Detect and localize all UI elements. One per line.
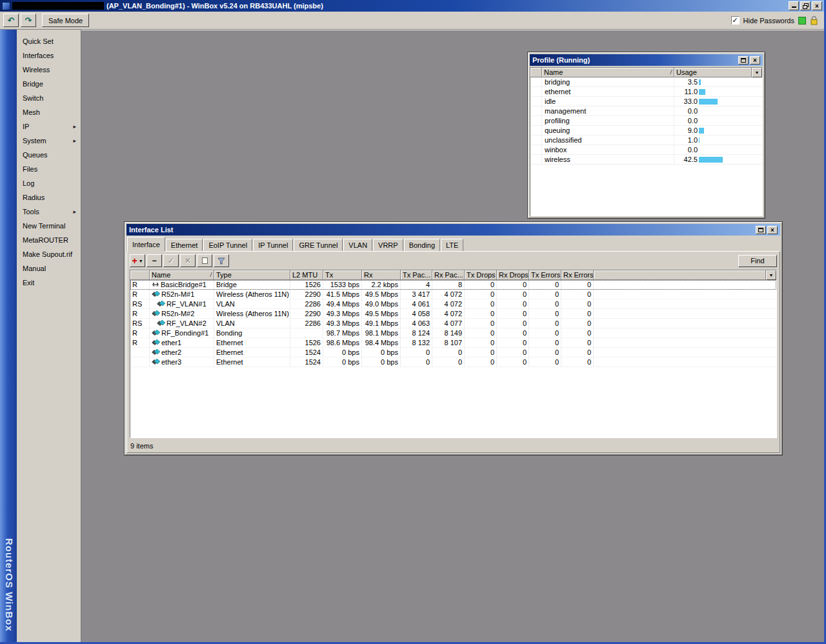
submenu-arrow-icon: ▸ [73, 137, 76, 144]
column-header-rx-pac[interactable]: Rx Pac... [432, 270, 465, 280]
sidebar-item-interfaces[interactable]: Interfaces [17, 48, 81, 63]
tab-bonding[interactable]: Bonding [404, 239, 440, 251]
winbox-app-icon[interactable] [2, 2, 10, 10]
interface-txd-cell: 0 [465, 338, 497, 347]
sidebar-item-make-supout-rif[interactable]: Make Supout.rif [17, 247, 81, 261]
tab-ethernet[interactable]: Ethernet [166, 239, 203, 251]
sidebar-item-exit[interactable]: Exit [17, 276, 81, 290]
remove-interface-button[interactable]: − [146, 254, 162, 267]
sidebar-item-switch[interactable]: Switch [17, 91, 81, 105]
filter-funnel-icon [217, 257, 225, 265]
profile-row[interactable]: queuing9.0 [530, 126, 762, 136]
column-header-name[interactable]: Name/ [150, 270, 214, 280]
interface-panel: + ▼ − ✓ ✕ Find [126, 251, 780, 453]
bridge-interface-icon [152, 281, 159, 288]
interface-txp-cell: 4 [401, 280, 432, 289]
column-header-rx-errors[interactable]: Rx Errors [561, 270, 594, 280]
hide-passwords-checkbox[interactable]: ✓ [731, 16, 740, 25]
interface-close-button[interactable]: × [767, 226, 778, 234]
tab-lte[interactable]: LTE [441, 239, 463, 251]
sidebar-item-log[interactable]: Log [17, 176, 81, 190]
sidebar-item-radius[interactable]: Radius [17, 190, 81, 205]
interface-rxp-cell: 4 072 [432, 299, 465, 308]
interface-columns-dropdown-button[interactable]: ▼ [766, 270, 776, 280]
sidebar-item-files[interactable]: Files [17, 162, 81, 176]
sidebar-item-metarouter[interactable]: MetaROUTER [17, 233, 81, 247]
interface-row[interactable]: ether2Ethernet15240 bps0 bps000000 [130, 348, 776, 357]
profile-row[interactable]: unclassified1.0 [530, 136, 762, 145]
sidebar-item-bridge[interactable]: Bridge [17, 77, 81, 91]
profile-row[interactable]: ethernet11.0 [530, 87, 762, 97]
column-header-name[interactable]: Name/ [542, 68, 674, 77]
column-header-tx-pac[interactable]: Tx Pac... [401, 270, 432, 280]
undo-button[interactable]: ↶ [3, 14, 19, 27]
profile-row[interactable]: winbox0.0 [530, 145, 762, 155]
interface-row[interactable]: RRF_Bonding#1Bonding98.7 Mbps98.1 Mbps8 … [130, 328, 776, 338]
main-titlebar[interactable]: (AP_VLAN_Bonding#1) - WinBox v5.24 on RB… [0, 0, 824, 12]
items-count: 9 items [130, 442, 153, 450]
profile-maximize-button[interactable] [738, 56, 749, 65]
interface-row[interactable]: RSRF_VLAN#1VLAN228649.4 Mbps49.0 Mbps4 0… [130, 299, 776, 309]
profile-row[interactable]: idle33.0 [530, 97, 762, 106]
add-interface-button[interactable]: + ▼ [130, 254, 145, 267]
column-header-tx-drops[interactable]: Tx Drops [465, 270, 497, 280]
interface-titlebar[interactable]: Interface List × [126, 224, 780, 236]
column-header-l2-mtu[interactable]: L2 MTU [290, 270, 323, 280]
comment-button[interactable] [197, 254, 212, 267]
interface-maximize-button[interactable] [756, 226, 766, 234]
profile-columns-dropdown-button[interactable]: ▼ [752, 68, 762, 77]
interface-txp-cell: 0 [401, 357, 432, 367]
column-header-rx[interactable]: Rx [362, 270, 401, 280]
tab-eoip-tunnel[interactable]: EoIP Tunnel [203, 239, 252, 251]
profile-row[interactable]: wireless42.5 [530, 155, 762, 165]
sidebar-item-queues[interactable]: Queues [17, 148, 81, 162]
profile-close-button[interactable]: × [750, 56, 760, 65]
sidebar-item-wireless[interactable]: Wireless [17, 63, 81, 77]
tab-interface[interactable]: Interface [127, 237, 165, 251]
column-header-label: Tx Pac... [403, 271, 430, 279]
tab-ip-tunnel[interactable]: IP Tunnel [253, 239, 293, 251]
sidebar-item-label: Quick Set [23, 37, 54, 45]
find-button[interactable]: Find [738, 255, 777, 267]
tab-vlan[interactable]: VLAN [343, 239, 372, 251]
profile-name-cell: queuing [542, 126, 674, 135]
interface-row[interactable]: RR52n-M#1Wireless (Atheros 11N)229041.5 … [130, 290, 776, 299]
maximize-button[interactable] [800, 1, 811, 10]
profile-titlebar[interactable]: Profile (Running) × [530, 54, 763, 66]
sidebar-item-manual[interactable]: Manual [17, 261, 81, 276]
profile-row[interactable]: bridging3.5 [530, 77, 762, 87]
close-button[interactable]: × [812, 1, 822, 10]
column-header-tx[interactable]: Tx [323, 270, 362, 280]
tab-vrrp[interactable]: VRRP [373, 239, 403, 251]
safe-mode-button[interactable]: Safe Mode [42, 14, 89, 27]
column-header-rx-drops[interactable]: Rx Drops [497, 270, 529, 280]
interface-row[interactable]: ether3Ethernet15240 bps0 bps000000 [130, 357, 776, 367]
minimize-button[interactable] [789, 1, 799, 10]
interface-row[interactable]: RR52n-M#2Wireless (Atheros 11N)229049.3 … [130, 309, 776, 319]
column-header-usage[interactable]: Usage [674, 68, 752, 77]
interface-row[interactable]: RBasicBridge#1Bridge15261533 bps2.2 kbps… [130, 280, 776, 290]
redo-button[interactable]: ↷ [21, 14, 36, 27]
tab-gre-tunnel[interactable]: GRE Tunnel [294, 239, 343, 251]
column-header-filler [594, 270, 766, 280]
ethernet-interface-icon [152, 339, 160, 347]
interface-row[interactable]: Rether1Ethernet152698.6 Mbps98.4 Mbps8 1… [130, 338, 776, 348]
sidebar-item-new-terminal[interactable]: New Terminal [17, 219, 81, 233]
interface-row[interactable]: RSRF_VLAN#2VLAN228649.3 Mbps49.1 Mbps4 0… [130, 319, 776, 328]
profile-usage-cell: 9.0 [674, 126, 762, 135]
interface-txe-cell: 0 [529, 280, 561, 289]
sidebar-item-mesh[interactable]: Mesh [17, 105, 81, 119]
column-header-type[interactable]: Type [214, 270, 290, 280]
column-header-tx-errors[interactable]: Tx Errors [529, 270, 561, 280]
sidebar-item-quick-set[interactable]: Quick Set [17, 34, 81, 48]
profile-row[interactable]: profiling0.0 [530, 116, 762, 126]
undo-icon: ↶ [8, 15, 15, 25]
profile-row[interactable]: management0.0 [530, 106, 762, 116]
interface-rxp-cell: 4 077 [432, 319, 465, 328]
filter-button[interactable] [214, 254, 229, 267]
sidebar-item-ip[interactable]: IP▸ [17, 119, 81, 134]
sidebar-item-system[interactable]: System▸ [17, 134, 81, 148]
sidebar-item-tools[interactable]: Tools▸ [17, 205, 81, 219]
interface-tx-cell: 49.4 Mbps [323, 299, 362, 308]
checkmark-icon: ✓ [732, 17, 738, 24]
